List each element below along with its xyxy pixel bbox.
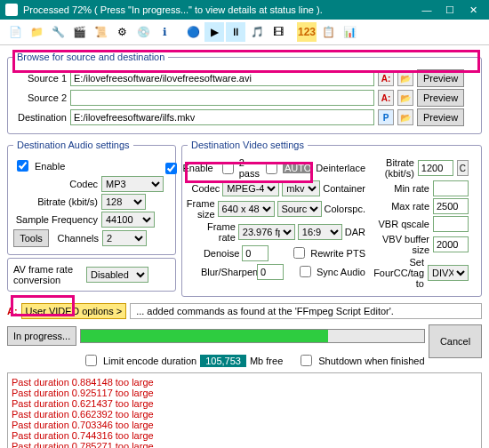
maximize-button[interactable]: ☐ (439, 2, 461, 18)
auto-checkbox[interactable] (266, 163, 277, 174)
source1-a-button[interactable]: A: (378, 70, 394, 86)
mb-free-label: Mb free (250, 356, 283, 366)
toolbar-btn-12[interactable]: 🎵 (247, 22, 267, 42)
toolbar-btn-3[interactable]: 🔧 (48, 22, 68, 42)
audio-codec-label: Codec (13, 179, 98, 189)
audio-enable-checkbox[interactable] (17, 160, 28, 172)
titlebar: Processed 72% ( Press "In progress..." t… (0, 0, 489, 20)
vbitrate-label: Bitrate (kbit/s) (371, 157, 414, 179)
toolbar-btn-5[interactable]: 📜 (91, 22, 110, 42)
cancel-button[interactable]: Cancel (429, 324, 482, 358)
toolbar: 📄 📁 🔧 🎬 📜 ⚙ 💿 ℹ 🔵 ▶ ⏸ 🎵 🎞 123 📋 📊 (0, 20, 489, 45)
audio-legend: Destination Audio settings (13, 140, 133, 150)
toolbar-btn-16[interactable]: 📊 (340, 22, 359, 42)
minimize-button[interactable]: — (416, 2, 437, 18)
source1-preview-button[interactable]: Preview (417, 69, 464, 87)
toolbar-btn-7[interactable]: 💿 (133, 22, 153, 42)
audio-tools-button[interactable]: Tools (13, 229, 49, 247)
limit-encode-label: Limit encode duration (103, 356, 196, 366)
twopass-checkbox[interactable] (222, 163, 234, 174)
source2-open-button[interactable]: 📂 (397, 90, 413, 106)
shutdown-checkbox[interactable] (301, 355, 312, 366)
dest-p-button[interactable]: P (378, 109, 394, 125)
dest-label: Destination (13, 112, 67, 123)
container-label: Container (323, 183, 365, 194)
toolbar-btn-13[interactable]: 🎞 (269, 22, 288, 42)
dar-label: DAR (345, 227, 365, 237)
progress-bar (80, 329, 425, 343)
source2-preview-button[interactable]: Preview (417, 89, 464, 107)
rewrite-pts-checkbox[interactable] (293, 247, 305, 259)
audio-enable-label: Enable (35, 161, 65, 172)
toolbar-btn-6[interactable]: ⚙ (112, 22, 132, 42)
blur-label: Blur/Sharpen (201, 267, 254, 277)
toolbar-btn-8[interactable]: ℹ (155, 22, 174, 42)
dest-open-button[interactable]: 📂 (397, 109, 413, 125)
toolbar-btn-2[interactable]: 📁 (27, 22, 46, 42)
sync-audio-checkbox[interactable] (300, 266, 311, 277)
vbv-input[interactable] (433, 236, 469, 252)
framerate-select[interactable]: 23.976 fps (238, 224, 295, 240)
c-button[interactable]: C (457, 160, 469, 176)
limit-encode-checkbox[interactable] (85, 355, 97, 366)
log-output[interactable]: Past duration 0.884148 too largePast dur… (7, 372, 482, 448)
dest-input[interactable] (70, 109, 374, 125)
rewrite-pts-label: Rewrite PTS (310, 248, 365, 259)
toolbar-btn-10[interactable]: ▶ (204, 22, 224, 42)
deinterlace-label: Deinterlace (316, 163, 365, 173)
video-codec-label: Codec (188, 183, 220, 194)
fourcc-select[interactable]: DIVX (428, 265, 469, 281)
vbr-input[interactable] (433, 216, 469, 232)
audio-sf-label: Sample Frequency (13, 214, 98, 225)
toolbar-btn-14[interactable]: 123 (297, 22, 317, 42)
blur-input[interactable] (257, 264, 284, 280)
denoise-label: Denoise (195, 248, 239, 259)
source1-label: Source 1 (13, 73, 67, 84)
user-video-options-button[interactable]: User VIDEO options > (21, 303, 127, 319)
shutdown-label: Shutdown when finished (318, 356, 424, 366)
toolbar-btn-1[interactable]: 📄 (5, 22, 25, 42)
fourcc-label: Set FourCC/tag to (371, 257, 424, 289)
source-select[interactable]: Source (277, 201, 322, 217)
source1-open-button[interactable]: 📂 (397, 70, 413, 86)
source2-input[interactable] (70, 90, 374, 106)
window-title: Processed 72% ( Press "In progress..." t… (23, 4, 323, 15)
audio-bitrate-label: Bitrate (kbit/s) (13, 196, 98, 207)
source2-label: Source 2 (13, 92, 67, 103)
toolbar-btn-11[interactable]: ⏸ (226, 22, 245, 42)
audio-channels-select[interactable]: 2 (102, 230, 147, 246)
minrate-input[interactable] (433, 180, 469, 196)
auto-label: AUTO (283, 163, 313, 173)
audio-codec-select[interactable]: MP3 (101, 176, 164, 192)
video-container-select[interactable]: mkv (282, 180, 320, 196)
in-progress-button[interactable]: In progress... (7, 326, 76, 346)
video-codec-select[interactable]: MPEG-4 (222, 180, 279, 196)
source2-a-button[interactable]: A: (378, 90, 394, 106)
aspect-select[interactable]: 16:9 (298, 224, 342, 240)
toolbar-btn-9[interactable]: 🔵 (183, 22, 203, 42)
browse-legend: Browse for source and destination (13, 52, 168, 62)
avframe-fieldset: AV frame rate conversionDisabled (7, 258, 176, 292)
vbitrate-input[interactable] (418, 160, 453, 176)
framesize-select[interactable]: 640 x 480 (218, 201, 275, 217)
audio-bitrate-select[interactable]: 128 (101, 194, 146, 210)
maxrate-input[interactable] (433, 198, 469, 214)
avframe-label: AV frame rate conversion (13, 264, 83, 285)
framesize-label: Frame size (187, 198, 215, 220)
source1-input[interactable] (70, 70, 374, 86)
added-commands-text: ... added commands as found at the 'FFmp… (130, 303, 482, 319)
toolbar-btn-4[interactable]: 🎬 (69, 22, 89, 42)
app-icon (5, 4, 18, 16)
maxrate-label: Max rate (371, 201, 429, 212)
avframe-select[interactable]: Disabled (86, 267, 148, 283)
colorspc-label: Colorspc. (325, 204, 365, 214)
denoise-input[interactable] (242, 245, 269, 261)
toolbar-btn-15[interactable]: 📋 (318, 22, 338, 42)
dest-preview-button[interactable]: Preview (417, 108, 464, 126)
browse-fieldset: Browse for source and destination Source… (7, 52, 482, 134)
close-button[interactable]: ✕ (462, 2, 484, 18)
vbv-label: VBV buffer size (371, 234, 429, 255)
video-enable-checkbox[interactable] (165, 163, 177, 174)
video-legend: Destination Video settings (188, 140, 308, 150)
audio-sf-select[interactable]: 44100 (101, 212, 155, 228)
